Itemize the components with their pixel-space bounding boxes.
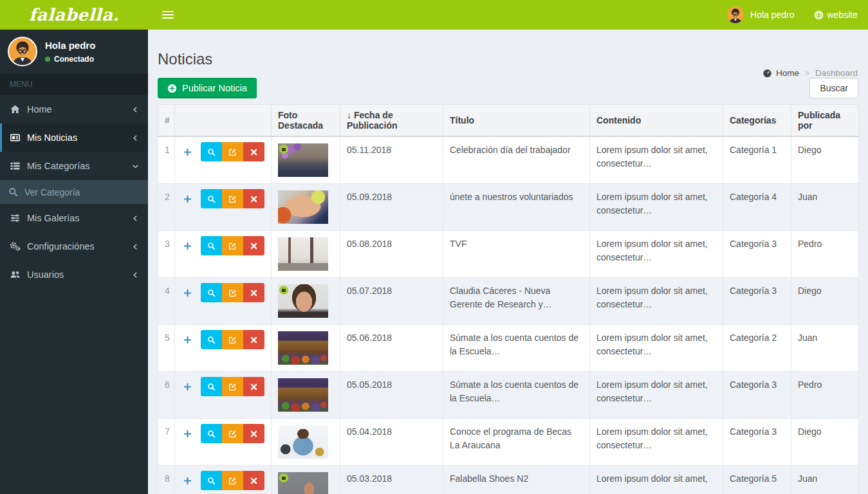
view-button[interactable] <box>201 424 222 443</box>
pencil-square-icon <box>228 383 237 391</box>
col-titulo[interactable]: Título <box>443 105 590 137</box>
plus-icon <box>183 289 192 297</box>
news-content: Lorem ipsum dolor sit amet, consectetur… <box>590 419 723 466</box>
row-expand-button[interactable] <box>179 283 196 302</box>
row-expand-button[interactable] <box>179 142 196 161</box>
user-status: Conectado <box>45 55 95 64</box>
pencil-square-icon <box>228 430 237 438</box>
user-avatar <box>727 6 744 23</box>
news-category: Categoría 5 <box>723 466 791 494</box>
edit-button[interactable] <box>222 330 243 349</box>
edit-button[interactable] <box>222 283 243 302</box>
col-foto[interactable]: Foto Destacada <box>272 105 340 137</box>
delete-button[interactable] <box>243 142 264 161</box>
sidebar-menu-header: MENU <box>0 73 148 95</box>
pencil-square-icon <box>228 289 237 297</box>
sidebar-item-mis-noticias[interactable]: Mis Noticias <box>0 124 148 152</box>
search-icon <box>8 187 18 197</box>
delete-button[interactable] <box>243 236 264 255</box>
sidebar-item-label: Mis Categorías <box>27 161 125 171</box>
row-expand-button[interactable] <box>179 330 196 349</box>
news-content: Lorem ipsum dolor sit amet, consectetur… <box>590 136 723 184</box>
delete-button[interactable] <box>243 283 264 302</box>
row-actions <box>179 471 268 490</box>
col-categorias[interactable]: Categorías <box>723 105 791 137</box>
col-publicada-por[interactable]: Publicada por <box>791 105 859 137</box>
news-photo <box>278 284 328 318</box>
edit-button[interactable] <box>222 424 243 443</box>
news-title: Súmate a los cuenta cuentos de la Escuel… <box>443 372 590 419</box>
row-actions <box>179 236 268 255</box>
delete-button[interactable] <box>243 424 264 443</box>
sidebar-toggle-button[interactable] <box>157 5 179 25</box>
delete-button[interactable] <box>243 189 264 208</box>
view-button[interactable] <box>201 142 222 161</box>
delete-button[interactable] <box>243 471 264 490</box>
user-status-label: Conectado <box>54 55 94 64</box>
view-button[interactable] <box>201 189 222 208</box>
table-row: 705.04.2018Conoce el programa de Becas L… <box>158 419 859 466</box>
x-icon <box>250 195 258 203</box>
col-fecha[interactable]: ↓Fecha de Publicación <box>340 105 443 137</box>
sidebar-user-panel: Hola pedro Conectado <box>0 30 148 73</box>
news-content: Lorem ipsum dolor sit amet, consectetur… <box>590 278 723 325</box>
publish-news-button[interactable]: Publicar Noticia <box>158 78 257 98</box>
row-expand-button[interactable] <box>179 189 196 208</box>
row-actions <box>179 283 268 302</box>
news-title: TVF <box>443 231 590 278</box>
delete-button[interactable] <box>243 330 264 349</box>
col-contenido[interactable]: Contenido <box>590 105 723 137</box>
edit-button[interactable] <box>222 142 243 161</box>
sidebar-item-mis-categorias[interactable]: Mis Categorías <box>0 152 148 180</box>
sidebar-submenu: Ver Categoría <box>0 180 148 204</box>
website-link[interactable]: website <box>814 10 858 20</box>
sidebar-item-usuarios[interactable]: Usuarios <box>0 261 148 289</box>
sidebar-subitem-ver-categoria[interactable]: Ver Categoría <box>0 180 148 204</box>
news-title: Falabella Shoes N2 <box>443 466 590 494</box>
sort-desc-icon: ↓ <box>347 110 351 120</box>
x-icon <box>250 336 258 344</box>
watermark-badge-icon <box>279 286 288 295</box>
edit-button[interactable] <box>222 236 243 255</box>
news-content: Lorem ipsum dolor sit amet, consectetur… <box>590 184 723 231</box>
breadcrumb-home[interactable]: Home <box>762 68 799 78</box>
view-button[interactable] <box>201 471 222 490</box>
row-expand-button[interactable] <box>179 377 196 396</box>
row-action-group <box>201 189 264 208</box>
view-button[interactable] <box>201 377 222 396</box>
x-icon <box>250 242 258 250</box>
photo-cell <box>272 136 340 184</box>
photo-cell <box>272 325 340 372</box>
row-expand-button[interactable] <box>179 236 196 255</box>
x-icon <box>250 477 258 485</box>
sidebar-item-home[interactable]: Home <box>0 95 148 124</box>
edit-button[interactable] <box>222 377 243 396</box>
news-content: Lorem ipsum dolor sit amet, consectetur… <box>590 231 723 278</box>
view-button[interactable] <box>201 283 222 302</box>
sliders-icon <box>10 213 21 223</box>
row-expand-button[interactable] <box>179 424 196 443</box>
row-number: 1 <box>158 136 175 184</box>
view-button[interactable] <box>201 236 222 255</box>
plus-icon <box>183 430 192 438</box>
search-button[interactable]: Buscar <box>809 78 858 98</box>
news-author: Pedro <box>791 231 859 278</box>
sidebar-item-mis-galerias[interactable]: Mis Galerías <box>0 204 148 232</box>
row-expand-button[interactable] <box>179 471 196 490</box>
delete-button[interactable] <box>243 377 264 396</box>
sidebar-item-configuraciones[interactable]: Configuraciónes <box>0 232 148 261</box>
breadcrumb-home-label: Home <box>776 68 799 78</box>
row-actions-cell <box>175 372 272 419</box>
publish-date: 05.09.2018 <box>340 184 443 231</box>
topbar-user-menu[interactable]: Hola pedro <box>727 6 795 23</box>
news-table: #Foto Destacada↓Fecha de PublicaciónTítu… <box>158 104 859 494</box>
news-content: Lorem ipsum dolor sit amet, consectetur… <box>590 372 723 419</box>
app-logo[interactable]: falabella. <box>0 0 148 30</box>
news-title: Conoce el programa de Becas La Araucana <box>443 419 590 466</box>
search-icon <box>207 383 216 391</box>
x-icon <box>250 148 258 156</box>
chevron-left-icon <box>132 215 139 222</box>
edit-button[interactable] <box>222 471 243 490</box>
edit-button[interactable] <box>222 189 243 208</box>
view-button[interactable] <box>201 330 222 349</box>
